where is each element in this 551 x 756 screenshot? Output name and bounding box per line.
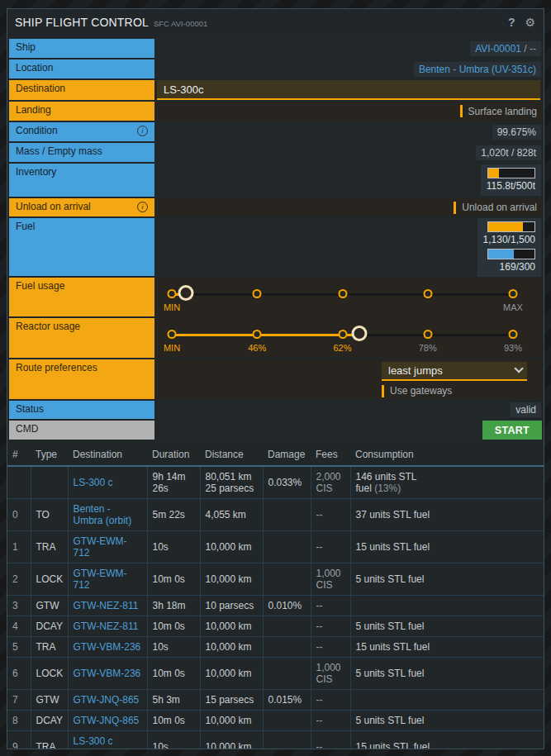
table-cell: 1 bbox=[7, 531, 31, 563]
table-cell: 10m 0s bbox=[147, 658, 200, 690]
ship-row: Ship AVI-00001 / -- bbox=[9, 39, 542, 58]
slider-tick[interactable] bbox=[338, 330, 347, 339]
table-cell bbox=[263, 711, 311, 731]
table-cell: 3h 18m bbox=[147, 596, 200, 616]
table-cell: 15 units STL fuel bbox=[350, 531, 544, 563]
location-label: Location bbox=[9, 59, 154, 78]
ship-flight-control-window: SHIP FLIGHT CONTROL SFC AVI-00001 ? ⚙ Sh… bbox=[7, 8, 544, 749]
destination-link[interactable]: Benten - Umbra (orbit) bbox=[74, 503, 132, 526]
destination-link[interactable]: LS-300 c bbox=[74, 477, 113, 488]
table-cell: GTW-EWM-712 bbox=[68, 531, 147, 563]
destination-link[interactable]: LS-300 c (orbit) bbox=[74, 735, 113, 749]
ftl-fuel-meter bbox=[487, 249, 535, 259]
cmd-row: CMD START bbox=[9, 421, 542, 440]
table-cell: 5 units STL fuel bbox=[350, 616, 544, 637]
slider-tick[interactable] bbox=[253, 330, 262, 339]
gear-icon[interactable]: ⚙ bbox=[525, 16, 535, 29]
table-cell: TRA bbox=[31, 531, 68, 563]
destination-value-area bbox=[155, 80, 542, 100]
fuel-usage-label: Fuel usage bbox=[9, 278, 154, 316]
fuel-usage-slider[interactable]: MINMAX bbox=[155, 278, 542, 316]
table-cell: 2,000 CIS bbox=[311, 466, 350, 499]
destination-link[interactable]: GTW-JNQ-865 bbox=[74, 715, 140, 726]
slider-handle[interactable] bbox=[352, 326, 368, 341]
ship-label: Ship bbox=[9, 39, 154, 58]
route-preferences-label: Route preferences bbox=[9, 359, 154, 399]
table-cell: 4,055 km bbox=[200, 499, 263, 531]
table-cell: TO bbox=[31, 499, 68, 531]
slider-handle[interactable] bbox=[178, 285, 193, 301]
table-cell: 15 units STL fuel bbox=[350, 637, 544, 658]
column-header: Consumption bbox=[350, 445, 544, 466]
slider-tick[interactable] bbox=[423, 330, 432, 339]
reactor-usage-slider[interactable]: MIN46%62%78%93% bbox=[155, 318, 542, 358]
table-cell: LS-300 c (orbit) bbox=[68, 731, 147, 750]
start-button[interactable]: START bbox=[482, 421, 542, 440]
status-value-area: valid bbox=[155, 401, 542, 419]
ftl-fuel-value: 169/300 bbox=[500, 261, 535, 273]
surface-landing-toggle[interactable]: Surface landing bbox=[460, 105, 537, 117]
table-cell: 5 units STL fuel bbox=[350, 658, 544, 690]
table-cell: 10s bbox=[147, 531, 200, 563]
inventory-box: 115.8t/500t bbox=[481, 164, 541, 196]
route-preference-select[interactable]: least jumps bbox=[382, 362, 527, 381]
destination-link[interactable]: GTW-VBM-236 bbox=[74, 668, 141, 679]
slider-tick[interactable] bbox=[423, 289, 432, 298]
slider-tick[interactable] bbox=[253, 289, 262, 298]
condition-row: Conditioni 99.675% bbox=[9, 122, 542, 141]
table-cell: 2 bbox=[7, 563, 31, 596]
table-cell: 8 bbox=[7, 711, 31, 731]
table-cell: LS-300 c bbox=[68, 466, 147, 499]
use-gateways-toggle[interactable]: Use gateways bbox=[382, 385, 452, 397]
location-row: Location Benten - Umbra (UV-351c) bbox=[9, 59, 542, 78]
cmd-label: CMD bbox=[9, 421, 154, 440]
reactor-usage-value-area: MIN46%62%78%93% bbox=[155, 318, 542, 358]
slider-tick[interactable] bbox=[168, 289, 177, 298]
unload-toggle[interactable]: Unload on arrival bbox=[454, 202, 537, 214]
toggle-indicator bbox=[454, 202, 456, 214]
destination-link[interactable]: GTW-JNQ-865 bbox=[74, 694, 140, 706]
chevron-down-icon bbox=[514, 364, 523, 373]
inventory-meter-fill bbox=[488, 169, 499, 178]
destination-input[interactable] bbox=[157, 80, 540, 100]
table-cell bbox=[350, 596, 544, 616]
destination-link[interactable]: GTW-VBM-236 bbox=[74, 641, 141, 653]
destination-link[interactable]: GTW-NEZ-811 bbox=[74, 620, 139, 632]
slider-tick[interactable] bbox=[509, 289, 518, 298]
landing-value-area: Surface landing bbox=[155, 102, 542, 121]
condition-value: 99.675% bbox=[492, 125, 541, 140]
table-cell bbox=[7, 466, 31, 499]
slider-labels: MINMAX bbox=[172, 302, 513, 313]
column-header: Fees bbox=[311, 445, 350, 466]
table-cell: 10,000 km bbox=[200, 637, 263, 658]
slider-tick[interactable] bbox=[338, 289, 347, 298]
destination-link[interactable]: GTW-NEZ-811 bbox=[74, 600, 139, 611]
location-value-area: Benten - Umbra (UV-351c) bbox=[155, 59, 542, 78]
landing-label: Landing bbox=[9, 102, 154, 121]
table-cell: 80,051 km 25 parsecs bbox=[200, 466, 263, 499]
table-cell: -- bbox=[311, 499, 350, 531]
slider-track-area[interactable] bbox=[172, 288, 513, 300]
info-icon[interactable]: i bbox=[137, 126, 148, 136]
table-cell: GTW-EWM-712 bbox=[68, 563, 147, 596]
location-link[interactable]: Benten - Umbra (UV-351c) bbox=[419, 64, 536, 75]
destination-link[interactable]: GTW-EWM-712 bbox=[74, 535, 127, 559]
slider-fill bbox=[172, 334, 359, 336]
route-table: #TypeDestinationDurationDistanceDamageFe… bbox=[7, 445, 544, 749]
destination-link[interactable]: GTW-EWM-712 bbox=[74, 568, 127, 591]
mass-row: Mass / Empty mass 1,020t / 828t bbox=[9, 143, 542, 162]
table-cell: TRA bbox=[31, 637, 68, 658]
slider-track-area[interactable] bbox=[172, 329, 513, 340]
stl-fuel-value: 1,130/1,500 bbox=[483, 234, 535, 246]
info-icon[interactable]: i bbox=[137, 202, 148, 212]
slider-tick[interactable] bbox=[168, 330, 177, 339]
reactor-usage-label: Reactor usage bbox=[9, 318, 154, 358]
help-icon[interactable]: ? bbox=[508, 16, 515, 29]
table-cell: LOCK bbox=[31, 658, 68, 690]
ship-link[interactable]: AVI-00001 bbox=[475, 43, 521, 55]
table-cell: 4 bbox=[7, 616, 31, 637]
table-cell: GTW-VBM-236 bbox=[68, 637, 147, 658]
unload-label: Unload on arrivali bbox=[9, 198, 154, 216]
condition-value-area: 99.675% bbox=[155, 122, 542, 141]
slider-tick[interactable] bbox=[509, 330, 518, 339]
